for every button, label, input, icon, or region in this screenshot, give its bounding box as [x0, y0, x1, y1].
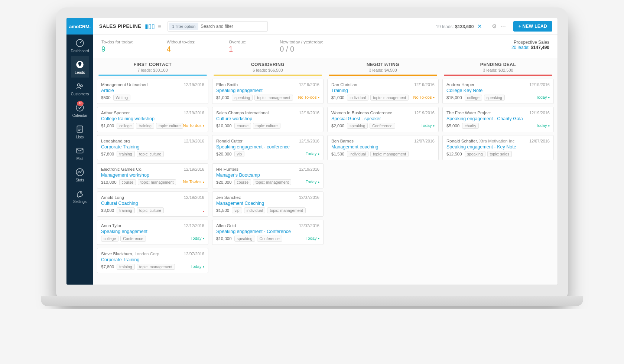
sidebar-item-calendar[interactable]: Calendar10 — [71, 99, 89, 121]
sidebar-item-dashboard[interactable]: Dashboard — [71, 35, 89, 56]
column-title: NEGOTIATING — [327, 62, 439, 67]
card-tag[interactable]: speaking — [232, 95, 253, 101]
gear-icon[interactable]: ⚙ — [492, 23, 497, 30]
card-contact: Women in Business Conference — [331, 111, 392, 115]
card-tag[interactable]: Writing — [113, 95, 130, 101]
card-tag[interactable]: topic: management — [137, 264, 175, 270]
card-title: Speaking engagement - Charity Gala — [446, 116, 550, 121]
lead-card[interactable]: Ronald Cutter12/19/2016Speaking engageme… — [212, 135, 324, 160]
card-price: $10,000 — [216, 236, 232, 241]
card-tag[interactable]: college — [117, 123, 134, 129]
card-date: 12/12/2016 — [184, 223, 204, 228]
lead-card[interactable]: Electronic Games Co.12/19/2016Management… — [97, 163, 208, 188]
card-tag[interactable]: individual — [347, 95, 368, 101]
card-tag[interactable]: topic: sales — [487, 151, 512, 157]
card-tag[interactable]: course — [119, 179, 136, 185]
lead-card[interactable]: Arnold Long12/19/2016Cultural Coaching$3… — [97, 191, 208, 217]
lead-card[interactable]: Ellen Smith12/19/2016Speaking engagement… — [212, 79, 324, 104]
card-contact: Ben Barnes — [331, 139, 354, 143]
sidebar-item-label: Lists — [76, 135, 84, 139]
lead-card[interactable]: Ben Barnes12/07/2016Management coaching$… — [327, 135, 439, 160]
filter-pill[interactable]: 1 filter option — [169, 23, 198, 30]
card-status-overdue-dot: • — [203, 209, 204, 213]
card-date: 12/07/2016 — [299, 223, 319, 228]
lead-card[interactable]: Sales Champs International12/19/2016Cult… — [212, 107, 324, 132]
lead-card[interactable]: Lendahand.org12/19/2016Corporate Trainin… — [97, 135, 208, 160]
card-tag[interactable]: speaking — [234, 236, 255, 242]
sidebar-item-label: Leads — [75, 70, 85, 75]
card-title: Corporate Training — [101, 144, 204, 150]
card-tag[interactable]: Conference — [370, 123, 395, 129]
search-input[interactable] — [201, 24, 267, 29]
lead-card[interactable]: The Free Water Project12/19/2016Speaking… — [442, 107, 554, 132]
card-date: 12/19/2016 — [184, 195, 204, 200]
card-tag[interactable]: Conference — [257, 236, 282, 242]
more-icon[interactable]: ⋯ — [500, 23, 506, 30]
card-tag[interactable]: vip — [232, 207, 242, 213]
card-tag[interactable]: vip — [234, 151, 244, 157]
lead-card[interactable]: Women in Business Conference12/19/2016Sp… — [327, 107, 439, 132]
card-tag[interactable]: topic: management — [253, 179, 291, 185]
card-tag[interactable]: course — [234, 123, 251, 129]
card-tag[interactable]: topic: management — [370, 95, 409, 101]
sidebar-item-mail[interactable]: Mail — [71, 142, 89, 164]
search-filter-box[interactable]: 1 filter option — [168, 21, 268, 32]
sidebar-item-leads[interactable]: Leads — [71, 56, 89, 78]
card-date: 12/07/2016 — [299, 195, 319, 200]
card-tag[interactable]: topic: management — [370, 151, 409, 157]
sidebar-item-label: Dashboard — [71, 49, 89, 53]
card-tag[interactable]: individual — [347, 151, 368, 157]
card-tag[interactable]: speaking — [347, 123, 368, 129]
card-tag[interactable]: training — [117, 264, 134, 270]
lead-card[interactable]: Ronald Schaffer, Xtra Motivation Inc12/0… — [442, 135, 554, 160]
lead-card[interactable]: Dan Christian12/19/2016Training$1,000ind… — [327, 79, 439, 104]
card-tag[interactable]: training — [117, 207, 134, 213]
stat-overdue: Overdue: 1 — [229, 40, 246, 53]
card-title: Training — [331, 88, 435, 93]
card-tag[interactable]: topic: management — [267, 207, 305, 213]
card-tag[interactable]: speaking — [484, 95, 505, 101]
sidebar-item-customers[interactable]: Customers — [71, 78, 89, 99]
lead-card[interactable]: Allen Gold12/07/2016Speaking engagement … — [212, 220, 324, 245]
sidebar-item-stats[interactable]: Stats — [71, 164, 89, 185]
sidebar-item-settings[interactable]: Settings — [71, 185, 89, 207]
lead-card[interactable]: Andrea Harper12/19/2016College Key Note$… — [442, 79, 554, 104]
card-date: 12/19/2016 — [529, 82, 550, 87]
card-date: 12/19/2016 — [299, 139, 319, 143]
lead-card[interactable]: Anna Tylor12/12/2016Speaking engagementc… — [97, 220, 208, 245]
lead-card[interactable]: Jen Sanchez12/07/2016Management Coaching… — [212, 191, 324, 217]
card-tag[interactable]: topic: culture — [137, 207, 164, 213]
sidebar-item-label: Settings — [73, 200, 87, 204]
card-title: Culture workshop — [216, 116, 319, 121]
card-tag[interactable]: training — [136, 123, 154, 129]
card-contact: Arnold Long — [101, 195, 124, 200]
card-status-today: Today — [306, 236, 319, 242]
card-tag[interactable]: Conference — [120, 236, 146, 242]
card-price: $15,000 — [446, 95, 462, 100]
lead-card[interactable]: Arthur Spencer12/19/2016College training… — [97, 107, 208, 132]
lead-card[interactable]: HR Hunters12/19/2016Manager's Bootcamp$2… — [212, 163, 324, 188]
card-tag[interactable]: topic: culture — [137, 151, 164, 157]
card-title: Manager's Bootcamp — [216, 173, 319, 178]
card-tag[interactable]: topic: management — [254, 95, 293, 101]
card-tag[interactable]: training — [117, 151, 134, 157]
card-tag[interactable]: speaking — [465, 151, 485, 157]
card-date: 12/19/2016 — [529, 111, 550, 115]
list-view-icon[interactable]: ≡ — [158, 23, 161, 29]
lead-card[interactable]: Management Unleashed12/19/2016Article$50… — [97, 79, 208, 104]
card-tag[interactable]: topic: culture — [253, 123, 280, 129]
card-tag[interactable]: topic: culture — [156, 123, 183, 129]
card-tag[interactable]: college — [465, 95, 482, 101]
card-tag[interactable]: individual — [244, 207, 266, 213]
view-toggle[interactable]: ▮▯▯ ≡ — [145, 23, 161, 30]
card-tag[interactable]: topic: management — [138, 179, 176, 185]
card-status-today: Today — [536, 95, 550, 101]
lead-card[interactable]: Steve Blackburn, London Corp12/07/2016Co… — [97, 248, 208, 273]
card-tag[interactable]: charity — [462, 123, 479, 129]
sidebar-item-lists[interactable]: Lists — [71, 121, 89, 142]
card-tag[interactable]: course — [234, 179, 251, 185]
kanban-view-icon[interactable]: ▮▯▯ — [145, 23, 155, 30]
card-tag[interactable]: college — [101, 236, 118, 242]
clear-filter-icon[interactable]: ✕ — [477, 23, 482, 29]
new-lead-button[interactable]: + NEW LEAD — [513, 21, 552, 32]
